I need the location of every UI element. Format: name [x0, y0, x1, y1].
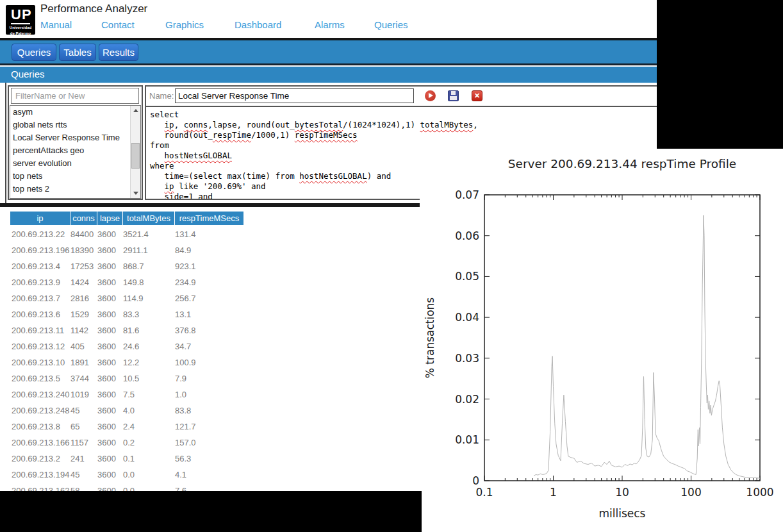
- cell-respTimeMSecs: 1.0: [175, 387, 186, 403]
- cell-conns: 18390: [70, 242, 94, 258]
- tab-queries[interactable]: Queries: [12, 44, 56, 61]
- cell-lapse: 3600: [97, 322, 116, 338]
- cell-respTimeMSecs: 56.3: [175, 451, 191, 467]
- cell-conns: 84400: [70, 226, 94, 242]
- cell-conns: 3744: [70, 370, 89, 387]
- scroll-down-icon[interactable]: [131, 188, 140, 198]
- cell-lapse: 3600: [97, 338, 116, 354]
- logo-sub-text-1: Universidad: [6, 26, 35, 30]
- resptime-profile-chart: 0.1110100100000.010.020.030.040.050.060.…: [420, 149, 783, 532]
- nav-link-contact[interactable]: Contact: [101, 19, 135, 30]
- cell-conns: 65: [70, 419, 79, 435]
- cell-lapse: 3600: [97, 419, 116, 435]
- plot-border: [484, 195, 760, 481]
- cell-lapse: 3600: [97, 306, 116, 322]
- cell-lapse: 3600: [97, 467, 116, 483]
- y-tick-label: 0.07: [455, 188, 479, 201]
- nav-link-graphics[interactable]: Graphics: [165, 19, 204, 30]
- cell-respTimeMSecs: 7.9: [175, 370, 186, 387]
- cell-lapse: 3600: [97, 435, 116, 451]
- cell-lapse: 3600: [97, 242, 116, 258]
- cell-totalMBytes: 81.6: [123, 322, 139, 338]
- cell-conns: 45: [70, 467, 79, 483]
- page-title: Performance Analyzer: [40, 3, 147, 15]
- cell-ip: 200.69.213.4: [12, 258, 60, 274]
- tab-tables[interactable]: Tables: [59, 44, 96, 61]
- x-axis-label: millisecs: [599, 507, 646, 520]
- cell-ip: 200.69.213.11: [12, 322, 64, 338]
- saved-query-item[interactable]: global nets rtts: [10, 119, 130, 131]
- cell-respTimeMSecs: 131.4: [175, 226, 196, 242]
- query-name-input[interactable]: [175, 88, 414, 103]
- cell-ip: 200.69.213.22: [12, 226, 65, 242]
- cell-conns: 1424: [70, 274, 89, 290]
- cell-conns: 17253: [70, 258, 94, 274]
- cell-respTimeMSecs: 157.0: [175, 435, 196, 451]
- x-tick-label: 100: [680, 486, 701, 499]
- column-header-conns[interactable]: conns: [70, 212, 97, 225]
- scrollbar-thumb[interactable]: [131, 143, 140, 169]
- cell-conns: 1142: [70, 322, 88, 338]
- y-axis-label: % transactions: [424, 297, 436, 379]
- cell-lapse: 3600: [97, 290, 116, 306]
- cell-totalMBytes: 0.1: [123, 451, 135, 467]
- nav-link-dashboard[interactable]: Dashboard: [235, 19, 281, 30]
- cell-totalMBytes: 2911.1: [123, 242, 148, 258]
- cell-totalMBytes: 7.5: [123, 387, 135, 403]
- cell-lapse: 3600: [97, 370, 116, 387]
- cell-lapse: 3600: [97, 403, 116, 419]
- cell-totalMBytes: 83.3: [123, 306, 139, 322]
- column-header-respTimeMSecs[interactable]: respTimeMSecs: [175, 212, 243, 225]
- y-tick-label: 0.03: [455, 352, 479, 365]
- nav-link-manual[interactable]: Manual: [40, 19, 72, 30]
- cell-ip: 200.69.213.9: [12, 274, 60, 290]
- cell-ip: 200.69.213.196: [12, 242, 69, 258]
- y-tick-label: 0.02: [455, 393, 479, 406]
- cell-lapse: 3600: [97, 258, 116, 274]
- cell-conns: 45: [70, 403, 79, 419]
- column-header-ip[interactable]: ip: [10, 212, 70, 225]
- cell-conns: 1529: [70, 306, 89, 322]
- cell-respTimeMSecs: 83.8: [175, 403, 191, 419]
- listbox-scrollbar[interactable]: [130, 106, 140, 198]
- cell-totalMBytes: 149.8: [123, 274, 144, 290]
- y-tick-label: 0.01: [455, 433, 479, 446]
- saved-query-item[interactable]: Local Server Response Time: [10, 131, 130, 144]
- cell-lapse: 3600: [97, 274, 116, 290]
- run-query-icon[interactable]: [425, 90, 436, 101]
- cell-totalMBytes: 0.2: [123, 435, 135, 451]
- column-header-lapse[interactable]: lapse: [97, 212, 122, 225]
- redacted-region-bottom-left: [0, 491, 422, 532]
- queries-panel-title: Queries: [11, 69, 45, 79]
- scroll-up-icon[interactable]: [131, 106, 140, 115]
- cell-totalMBytes: 114.9: [123, 290, 144, 306]
- y-tick-label: 0.06: [455, 229, 479, 242]
- cell-respTimeMSecs: 34.7: [175, 338, 191, 354]
- nav-link-alarms[interactable]: Alarms: [315, 19, 345, 30]
- cell-ip: 200.69.213.6: [12, 306, 60, 322]
- cell-ip: 200.69.213.194: [12, 467, 69, 483]
- delete-query-icon[interactable]: [472, 90, 482, 101]
- saved-query-item[interactable]: asym: [10, 106, 130, 119]
- column-header-totalMBytes[interactable]: totalMBytes: [123, 212, 174, 225]
- saved-query-item[interactable]: top nets 2: [10, 183, 130, 195]
- saved-query-item[interactable]: server evolution: [10, 157, 130, 170]
- cell-conns: 1019: [70, 387, 89, 403]
- resptime-line-series: [534, 215, 760, 478]
- cell-respTimeMSecs: 121.7: [175, 419, 196, 435]
- cell-totalMBytes: 24.6: [123, 338, 139, 354]
- cell-totalMBytes: 12.2: [123, 354, 139, 370]
- cell-conns: 1891: [70, 354, 89, 370]
- cell-respTimeMSecs: 376.8: [175, 322, 196, 338]
- nav-link-queries[interactable]: Queries: [374, 19, 408, 30]
- saved-query-item[interactable]: percentAttacks geo: [10, 144, 130, 157]
- cell-totalMBytes: 4.0: [123, 403, 135, 419]
- tab-results[interactable]: Results: [99, 44, 138, 61]
- x-tick-label: 10: [615, 486, 629, 499]
- saved-query-item[interactable]: top nets: [10, 170, 130, 183]
- save-query-icon[interactable]: [448, 90, 459, 101]
- query-filter-input[interactable]: [11, 88, 139, 104]
- y-tick-label: 0.05: [455, 270, 479, 283]
- cell-totalMBytes: 3521.4: [123, 226, 149, 242]
- cell-conns: 2816: [70, 290, 89, 306]
